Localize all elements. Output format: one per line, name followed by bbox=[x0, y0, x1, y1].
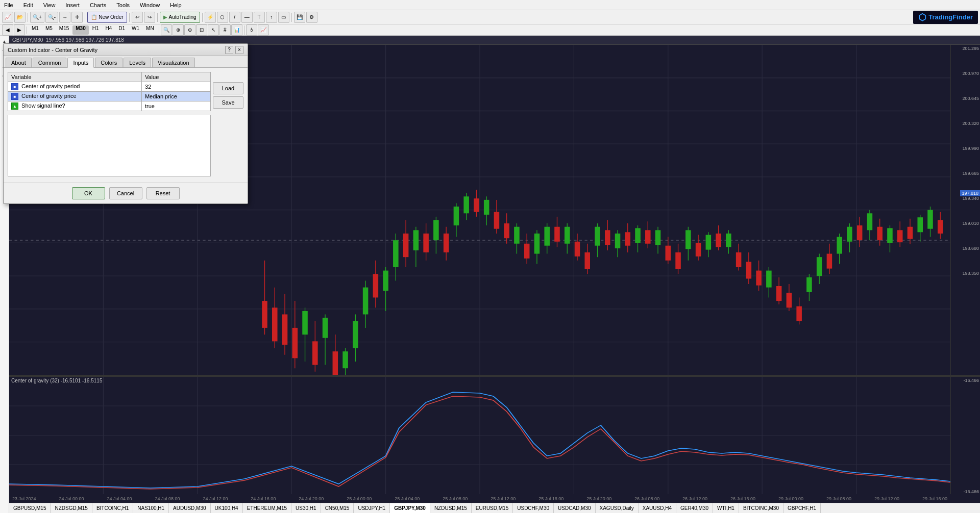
volume-btn[interactable]: 📊 bbox=[231, 24, 242, 36]
svg-rect-133 bbox=[827, 253, 832, 268]
dialog-close-button[interactable]: × bbox=[235, 46, 243, 54]
tab-eurusd-m15[interactable]: EURUSD,M15 bbox=[472, 503, 513, 513]
tab-xauusd-h4[interactable]: XAUUSD,H4 bbox=[639, 503, 676, 513]
reset-button[interactable]: Reset bbox=[146, 187, 180, 199]
tab-gbpchf-h1[interactable]: GBPCHF,H1 bbox=[783, 503, 821, 513]
tab-uk100-h4[interactable]: UK100,H4 bbox=[211, 503, 243, 513]
trendline-btn[interactable]: / bbox=[229, 12, 240, 23]
tab-levels[interactable]: Levels bbox=[124, 58, 151, 67]
tab-colors[interactable]: Colors bbox=[95, 58, 122, 67]
tab-usdchf-m30[interactable]: USDCHF,M30 bbox=[513, 503, 554, 513]
tf-mn[interactable]: MN bbox=[143, 25, 157, 35]
tf-m5[interactable]: M5 bbox=[42, 25, 56, 35]
new-order-icon: 📋 bbox=[91, 14, 97, 20]
autotrading-button[interactable]: ▶ AutoTrading bbox=[160, 12, 200, 23]
forward-btn[interactable]: ↪ bbox=[144, 12, 155, 23]
zoom-in-btn[interactable]: 🔍+ bbox=[30, 12, 44, 23]
cancel-button[interactable]: Cancel bbox=[109, 187, 142, 199]
zoom-in2[interactable]: ⊕ bbox=[173, 24, 184, 36]
scroll-btn[interactable]: ↔ bbox=[59, 12, 70, 23]
nav-left[interactable]: ◀ bbox=[2, 24, 13, 36]
tf-m30[interactable]: M30 bbox=[72, 25, 88, 35]
nav-right[interactable]: ▶ bbox=[14, 24, 25, 36]
hline-btn[interactable]: — bbox=[241, 12, 253, 23]
menu-help[interactable]: Help bbox=[168, 2, 184, 8]
tf-sep2 bbox=[159, 27, 159, 34]
tab-bitcoinc-h1[interactable]: BITCOINC,H1 bbox=[92, 503, 133, 513]
cursor-btn[interactable]: ↖ bbox=[208, 24, 219, 36]
rectangle-btn[interactable]: ▭ bbox=[278, 12, 289, 23]
tab-usdjpy-h1[interactable]: USDJPY,H1 bbox=[354, 503, 390, 513]
tf-m15[interactable]: M15 bbox=[56, 25, 72, 35]
tab-nzdsgd-m15[interactable]: NZDSGD,M15 bbox=[51, 503, 92, 513]
svg-rect-25 bbox=[282, 314, 288, 344]
tab-common[interactable]: Common bbox=[33, 58, 67, 67]
settings-btn[interactable]: ⚙ bbox=[306, 12, 317, 23]
tab-ethereum-m15[interactable]: ETHEREUM,M15 bbox=[243, 503, 291, 513]
tab-gbpjpy-m30[interactable]: GBPJPY,M30 bbox=[390, 503, 430, 513]
crosshair-btn[interactable]: ✛ bbox=[71, 12, 83, 23]
tab-us30-h1[interactable]: US30,H1 bbox=[291, 503, 321, 513]
menu-edit[interactable]: Edit bbox=[21, 2, 35, 8]
table-row-highlighted[interactable]: ■ Center of gravity price Median price bbox=[8, 92, 211, 101]
new-order-button[interactable]: 📋 New Order bbox=[87, 12, 127, 23]
menu-view[interactable]: View bbox=[41, 2, 58, 8]
load-button[interactable]: Load bbox=[213, 82, 243, 94]
tab-audusd-m30[interactable]: AUDUSD,M30 bbox=[169, 503, 210, 513]
timeframe-toolbar: ◀ ▶ M1 M5 M15 M30 H1 H4 D1 W1 MN 🔍 ⊕ ⊖ ⊡… bbox=[0, 24, 980, 36]
tab-usdcad-m30[interactable]: USDCAD,M30 bbox=[554, 503, 595, 513]
table-row[interactable]: ■ Center of gravity period 32 bbox=[8, 82, 211, 92]
tab-wti-h1[interactable]: WTI,H1 bbox=[713, 503, 739, 513]
custom-indicator-dialog[interactable]: Custom Indicator - Center of Gravity ? ×… bbox=[3, 43, 248, 204]
svg-rect-51 bbox=[413, 230, 419, 250]
save-button[interactable]: Save bbox=[213, 96, 243, 109]
row1-value: 32 bbox=[141, 82, 210, 92]
table-empty-area bbox=[8, 115, 211, 176]
tab-bitcoinc-m30[interactable]: BITCOINC,M30 bbox=[739, 503, 783, 513]
indicators-btn[interactable]: ⚡ bbox=[205, 12, 216, 23]
zoom-out-btn[interactable]: 🔍- bbox=[45, 12, 58, 23]
svg-rect-37 bbox=[342, 351, 348, 368]
tab-gbpusd-m15[interactable]: GBPUSD,M15 bbox=[9, 503, 51, 513]
fit-btn[interactable]: ⊡ bbox=[196, 24, 207, 36]
tab-xagusd-daily[interactable]: XAGUSD,Daily bbox=[596, 503, 639, 513]
history-btn[interactable]: ↩ bbox=[132, 12, 143, 23]
current-price-badge: 197.818 bbox=[960, 190, 980, 196]
tf-m1[interactable]: M1 bbox=[29, 25, 42, 35]
tab-about[interactable]: About bbox=[6, 58, 32, 67]
new-chart-btn[interactable]: 📈 bbox=[2, 12, 13, 23]
svg-rect-55 bbox=[433, 220, 439, 240]
ok-button[interactable]: OK bbox=[72, 187, 105, 199]
text-btn[interactable]: T bbox=[254, 12, 265, 23]
tab-nas100-h1[interactable]: NAS100,H1 bbox=[133, 503, 169, 513]
tf-d1[interactable]: D1 bbox=[115, 25, 128, 35]
tab-cn50-m15[interactable]: CN50,M15 bbox=[321, 503, 354, 513]
dialog-help-button[interactable]: ? bbox=[225, 46, 233, 54]
templates-btn[interactable]: 💾 bbox=[294, 12, 305, 23]
menu-tools[interactable]: Tools bbox=[114, 2, 132, 8]
chart-type-btn[interactable]: 🕯 bbox=[246, 24, 257, 36]
line-chart-btn[interactable]: 📈 bbox=[258, 24, 269, 36]
svg-rect-121 bbox=[766, 270, 772, 287]
tf-h1[interactable]: H1 bbox=[89, 25, 102, 35]
menu-charts[interactable]: Charts bbox=[88, 2, 108, 8]
tab-ger40-m30[interactable]: GER40,M30 bbox=[676, 503, 713, 513]
arrow-btn[interactable]: ↑ bbox=[266, 12, 277, 23]
menu-file[interactable]: File bbox=[2, 2, 15, 8]
magnify-btn[interactable]: 🔍 bbox=[161, 24, 172, 36]
table-row[interactable]: ▲ Show signal line? true bbox=[8, 101, 211, 111]
tab-nzdusd-m15[interactable]: NZDUSD,M15 bbox=[430, 503, 472, 513]
row3-variable: ▲ Show signal line? bbox=[8, 101, 142, 111]
objects-btn[interactable]: ⬡ bbox=[217, 12, 228, 23]
menu-insert[interactable]: Insert bbox=[63, 2, 82, 8]
row1-icon: ■ bbox=[11, 83, 18, 90]
svg-rect-141 bbox=[867, 213, 873, 230]
zoom-out2[interactable]: ⊖ bbox=[184, 24, 195, 36]
grid-btn[interactable]: # bbox=[219, 24, 231, 36]
tf-h4[interactable]: H4 bbox=[103, 25, 115, 35]
tab-inputs[interactable]: Inputs bbox=[67, 58, 94, 68]
menu-window[interactable]: Window bbox=[138, 2, 162, 8]
open-btn[interactable]: 📂 bbox=[14, 12, 26, 23]
tf-w1[interactable]: W1 bbox=[129, 25, 142, 35]
tab-visualization[interactable]: Visualization bbox=[152, 58, 195, 67]
